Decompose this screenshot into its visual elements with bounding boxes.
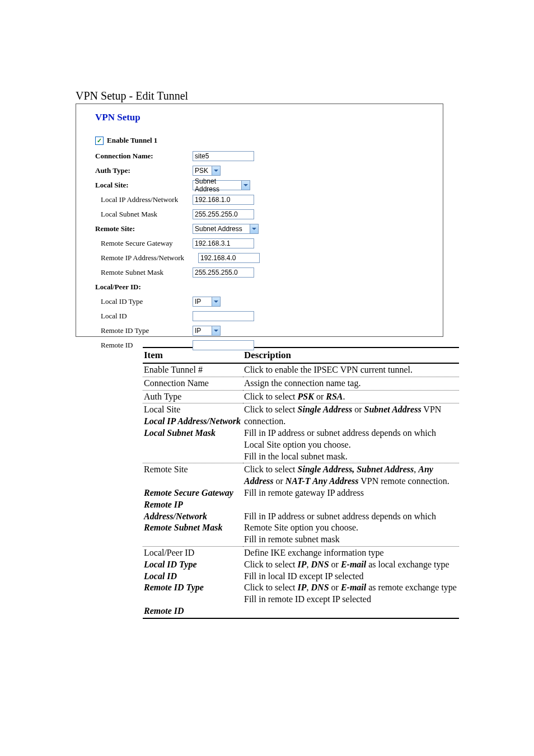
chevron-down-icon	[212, 326, 220, 335]
connection-name-input[interactable]	[193, 151, 254, 161]
item-cell: Enable Tunnel #	[143, 363, 243, 377]
table-row: Connection NameAssign the connection nam…	[143, 377, 459, 390]
remote-gw-label: Remote Secure Gateway	[95, 239, 193, 248]
remote-id-label: Remote ID	[95, 341, 193, 350]
local-site-value: Subnet Address	[193, 181, 241, 190]
enable-tunnel-label: Enable Tunnel 1	[107, 136, 157, 145]
local-site-label: Local Site:	[95, 181, 193, 190]
local-site-select[interactable]: Subnet Address	[193, 180, 250, 190]
table-row: Auth TypeClick to select PSK or RSA.	[143, 390, 459, 403]
local-id-type-label: Local ID Type	[95, 297, 193, 306]
vpn-setup-panel: VPN Setup ✓ Enable Tunnel 1 Connection N…	[76, 104, 443, 337]
enable-tunnel-checkbox[interactable]: ✓ Enable Tunnel 1	[95, 136, 157, 145]
item-cell: Connection Name	[143, 377, 243, 390]
local-id-input[interactable]	[193, 311, 254, 321]
chevron-down-icon	[241, 181, 250, 190]
desc-cell: Click to enable the IPSEC VPN current tu…	[243, 363, 459, 377]
auth-type-value: PSK	[193, 166, 212, 175]
table-row: Enable Tunnel #Click to enable the IPSEC…	[143, 363, 459, 377]
chevron-down-icon	[250, 224, 258, 233]
local-id-label: Local ID	[95, 312, 193, 321]
check-icon: ✓	[95, 137, 104, 145]
page-title: VPN Setup - Edit Tunnel	[76, 90, 461, 102]
remote-id-type-label: Remote ID Type	[95, 326, 193, 335]
remote-ip-input[interactable]	[198, 253, 260, 263]
desc-cell: Define IKE exchange information typeClic…	[243, 547, 459, 618]
item-cell: Remote SiteRemote Secure GatewayRemote I…	[143, 463, 243, 547]
description-section: Item Description Enable Tunnel #Click to…	[143, 347, 459, 619]
table-row: Local SiteLocal IP Address/NetworkLocal …	[143, 403, 459, 463]
chevron-down-icon	[212, 297, 220, 306]
item-cell: Local SiteLocal IP Address/NetworkLocal …	[143, 403, 243, 463]
remote-ip-label: Remote IP Address/Network	[95, 253, 198, 262]
local-ip-input[interactable]	[193, 195, 254, 205]
item-cell: Auth Type	[143, 390, 243, 403]
local-id-type-select[interactable]: IP	[193, 297, 221, 307]
panel-title: VPN Setup	[95, 112, 443, 123]
desc-cell: Assign the connection name tag.	[243, 377, 459, 390]
remote-site-label: Remote Site:	[95, 224, 193, 233]
desc-cell: Click to select Single Address or Subnet…	[243, 403, 459, 463]
connection-name-label: Connection Name:	[95, 152, 193, 161]
local-peer-id-label: Local/Peer ID:	[95, 283, 193, 292]
remote-site-value: Subnet Address	[193, 224, 250, 233]
table-row: Remote SiteRemote Secure GatewayRemote I…	[143, 463, 459, 547]
remote-id-type-value: IP	[193, 326, 212, 335]
desc-cell: Click to select Single Address, Subnet A…	[243, 463, 459, 547]
table-row: Local/Peer IDLocal ID TypeLocal IDRemote…	[143, 547, 459, 618]
auth-type-label: Auth Type:	[95, 166, 193, 175]
chevron-down-icon	[212, 166, 220, 175]
local-mask-label: Local Subnet Mask	[95, 210, 193, 219]
description-table: Item Description Enable Tunnel #Click to…	[143, 347, 459, 619]
local-id-type-value: IP	[193, 297, 212, 306]
remote-mask-input[interactable]	[193, 267, 254, 278]
desc-cell: Click to select PSK or RSA.	[243, 390, 459, 403]
auth-type-select[interactable]: PSK	[193, 166, 221, 176]
local-mask-input[interactable]	[193, 209, 254, 219]
remote-id-type-select[interactable]: IP	[193, 326, 221, 336]
local-ip-label: Local IP Address/Network	[95, 195, 193, 204]
remote-gw-input[interactable]	[193, 238, 254, 248]
item-cell: Local/Peer IDLocal ID TypeLocal IDRemote…	[143, 547, 243, 618]
remote-id-input[interactable]	[193, 340, 254, 350]
remote-mask-label: Remote Subnet Mask	[95, 268, 193, 277]
remote-site-select[interactable]: Subnet Address	[193, 224, 259, 234]
